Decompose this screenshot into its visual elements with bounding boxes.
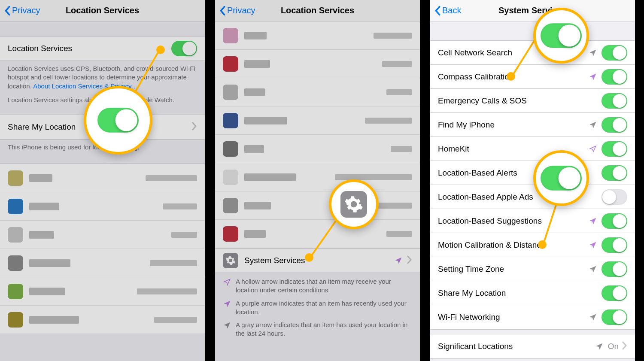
location-arrow-icon <box>595 342 604 351</box>
toggle[interactable] <box>601 141 627 157</box>
system-service-label: Motion Calibration & Distance <box>438 240 589 250</box>
app-row[interactable] <box>215 135 420 163</box>
nav-bar: Back System Services <box>430 0 635 21</box>
toggle-on-zoom <box>541 23 582 48</box>
system-service-row[interactable]: Emergency Calls & SOS <box>430 89 635 113</box>
location-arrow-icon <box>589 145 597 153</box>
system-service-row[interactable]: Setting Time Zone <box>430 257 635 281</box>
toggle[interactable] <box>601 285 627 301</box>
app-row[interactable] <box>215 220 420 248</box>
app-row[interactable] <box>0 277 205 306</box>
panel-system-services: Back System Services Cell Network Search… <box>430 0 635 361</box>
system-service-label: Setting Time Zone <box>438 264 589 274</box>
nav-bar: Privacy Location Services <box>215 0 420 21</box>
legend: A hollow arrow indicates that an item ma… <box>215 273 420 347</box>
app-row[interactable] <box>0 249 205 277</box>
location-arrow-icon <box>589 49 597 57</box>
significant-locations-row[interactable]: Significant Locations On <box>430 334 635 358</box>
system-service-label: Find My iPhone <box>438 120 589 130</box>
page-title: Location Services <box>66 6 139 15</box>
gear-icon <box>223 253 238 268</box>
location-arrow-icon <box>589 217 597 225</box>
toggle[interactable] <box>601 189 627 205</box>
location-arrow-icon <box>589 241 597 249</box>
system-service-row[interactable]: Location-Based Alerts <box>430 161 635 185</box>
app-row[interactable] <box>0 164 205 192</box>
toggle[interactable] <box>601 261 627 277</box>
location-arrow-icon <box>223 300 231 308</box>
back-button[interactable]: Privacy <box>219 6 255 16</box>
system-service-label: Share My Location <box>438 288 601 298</box>
system-services-label: System Services <box>244 256 394 265</box>
system-service-row[interactable]: Share My Location <box>430 281 635 305</box>
toggle[interactable] <box>601 237 627 253</box>
chevron-right-icon <box>192 122 197 132</box>
toggle[interactable] <box>601 309 627 325</box>
panel-location-services-2: Privacy Location Services <box>215 0 420 361</box>
legend-text: A gray arrow indicates that an item has … <box>236 321 412 338</box>
app-row[interactable] <box>215 50 420 78</box>
system-service-row[interactable]: Location-Based Apple Ads <box>430 185 635 209</box>
toggle-on-zoom <box>97 108 139 133</box>
app-row[interactable] <box>0 306 205 334</box>
toggle-on-zoom <box>541 166 582 191</box>
back-label: Privacy <box>12 6 40 15</box>
system-service-row[interactable]: Wi-Fi Networking <box>430 305 635 329</box>
back-button[interactable]: Back <box>434 6 461 16</box>
location-services-toggle-row[interactable]: Location Services <box>0 36 205 61</box>
chevron-right-icon <box>407 255 412 266</box>
app-row[interactable] <box>215 106 420 135</box>
system-service-row[interactable]: Motion Calibration & Distance <box>430 233 635 257</box>
location-arrow-icon <box>394 256 403 265</box>
app-row[interactable] <box>215 191 420 220</box>
toggle[interactable] <box>601 213 627 229</box>
location-arrow-icon <box>589 121 597 129</box>
location-arrow-icon <box>223 278 231 286</box>
toggle-on[interactable] <box>171 41 197 56</box>
legend-text: A purple arrow indicates that an item ha… <box>236 299 412 317</box>
system-service-row[interactable]: HomeKit <box>430 137 635 161</box>
back-label: Back <box>442 6 461 15</box>
chevron-right-icon <box>622 341 627 352</box>
toggle[interactable] <box>601 165 627 181</box>
significant-locations-value: On <box>608 342 619 351</box>
location-arrow-icon <box>589 265 597 273</box>
back-button[interactable]: Privacy <box>4 6 40 16</box>
legend-text: A hollow arrow indicates that an item ma… <box>236 277 412 295</box>
location-arrow-icon <box>223 321 231 330</box>
panel-location-services-1: Privacy Location Services Location Servi… <box>0 0 205 361</box>
toggle[interactable] <box>601 69 627 85</box>
back-label: Privacy <box>227 6 255 15</box>
page-title: Location Services <box>281 6 354 15</box>
app-row[interactable] <box>0 221 205 249</box>
callout-toggle-bottom <box>533 150 589 206</box>
callout-toggle <box>84 86 152 155</box>
gear-icon-zoom <box>340 191 367 218</box>
nav-bar: Privacy Location Services <box>0 0 205 21</box>
app-row[interactable] <box>0 192 205 221</box>
system-service-label: Wi-Fi Networking <box>438 312 589 322</box>
toggle[interactable] <box>601 117 627 133</box>
location-arrow-icon <box>589 73 597 81</box>
location-arrow-icon <box>589 313 597 322</box>
app-row[interactable] <box>215 78 420 106</box>
toggle[interactable] <box>601 93 627 109</box>
system-service-row[interactable]: Compass Calibration <box>430 65 635 89</box>
system-service-label: Location-Based Suggestions <box>438 216 589 226</box>
app-row[interactable] <box>215 21 420 50</box>
significant-locations-label: Significant Locations <box>438 342 595 351</box>
system-service-label: Emergency Calls & SOS <box>438 96 601 106</box>
system-services-row[interactable]: System Services <box>215 249 420 273</box>
app-row[interactable] <box>215 163 420 191</box>
toggle[interactable] <box>601 45 627 61</box>
callout-gear <box>329 179 379 229</box>
callout-toggle-top <box>533 8 589 64</box>
system-service-row[interactable]: Find My iPhone <box>430 113 635 137</box>
location-services-label: Location Services <box>8 44 171 53</box>
system-service-row[interactable]: Location-Based Suggestions <box>430 209 635 233</box>
